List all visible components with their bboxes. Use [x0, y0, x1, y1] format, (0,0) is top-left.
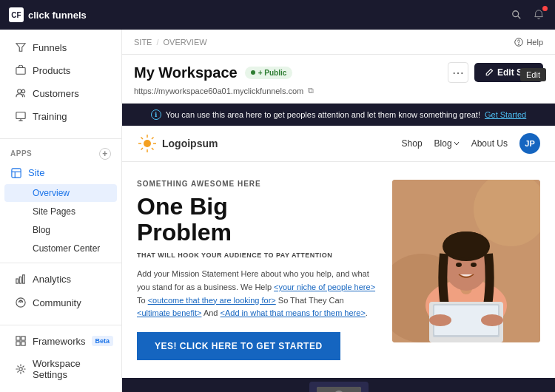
svg-rect-8 — [16, 279, 18, 283]
hero-title: One Big Problem — [137, 194, 377, 246]
breadcrumb-overview: OVERVIEW — [164, 38, 207, 47]
info-banner: ℹ You can use this area here to get peop… — [122, 104, 555, 126]
svg-rect-7 — [12, 168, 21, 177]
hero-body: Add your Mission Statement Here about wh… — [137, 268, 377, 320]
svg-point-17 — [19, 368, 22, 371]
training-label: Training — [33, 111, 67, 122]
hero-cta-button[interactable]: YES! CLICK HERE TO GET STARTED — [137, 332, 340, 360]
site-nav-links: Shop Blog About Us JP — [402, 133, 540, 154]
svg-line-26 — [152, 148, 154, 150]
dark-bottom-banner — [122, 378, 555, 392]
svg-point-5 — [21, 89, 24, 92]
svg-rect-9 — [19, 277, 21, 283]
hero-image — [392, 180, 540, 342]
svg-point-20 — [144, 140, 151, 147]
training-icon — [15, 110, 27, 122]
funnel-icon — [15, 41, 27, 53]
nav-shop[interactable]: Shop — [402, 138, 423, 149]
hero-link3: <ultimate benefit> — [137, 308, 201, 317]
sub-item-site-pages[interactable]: Site Pages — [4, 203, 117, 220]
svg-line-27 — [152, 138, 154, 140]
preview-container[interactable]: ℹ You can use this area here to get peop… — [122, 104, 555, 392]
sidebar-item-customers[interactable]: Customers — [4, 82, 117, 104]
svg-line-1 — [518, 16, 521, 19]
sidebar: Funnels Products Customers Training — [0, 30, 122, 392]
sidebar-item-funnels[interactable]: Funnels — [4, 36, 117, 58]
add-app-button[interactable]: + — [99, 148, 111, 160]
site-logo: Logoipsum — [137, 133, 218, 154]
sidebar-item-analytics[interactable]: Analytics — [4, 268, 117, 290]
svg-point-4 — [18, 89, 21, 93]
site-nav: Logoipsum Shop Blog About Us JP — [122, 126, 555, 162]
hero-section: SOMETHING AWESOME HERE One Big Problem T… — [122, 162, 555, 378]
breadcrumb-separator: / — [156, 38, 158, 47]
hero-tagline: THAT WILL HOOK YOUR AUDIENCE TO PAY ATTE… — [137, 251, 377, 259]
hero-subtitle: SOMETHING AWESOME HERE — [137, 180, 377, 188]
copy-url-button[interactable]: ⧉ — [308, 86, 314, 95]
community-icon — [15, 297, 27, 308]
notification-icon[interactable] — [531, 7, 546, 22]
sidebar-divider-3 — [0, 325, 121, 325]
svg-line-25 — [141, 138, 144, 140]
sidebar-item-products[interactable]: Products — [4, 59, 117, 81]
frameworks-label: Frameworks — [33, 336, 86, 347]
svg-rect-16 — [21, 342, 25, 345]
svg-point-19 — [519, 44, 519, 44]
hero-link4: <Add in what that means for them here> — [221, 308, 366, 317]
search-icon[interactable] — [509, 7, 524, 22]
sub-item-overview[interactable]: Overview — [4, 184, 117, 202]
svg-rect-10 — [23, 275, 25, 283]
hero-text: SOMETHING AWESOME HERE One Big Problem T… — [137, 180, 377, 360]
top-nav-icons — [509, 7, 546, 22]
svg-marker-2 — [16, 44, 25, 52]
sidebar-bottom: Frameworks Beta Workspace Settings — [0, 314, 121, 392]
sidebar-divider-1 — [0, 138, 121, 139]
svg-point-0 — [513, 11, 519, 17]
svg-rect-14 — [21, 337, 25, 340]
sidebar-divider-2 — [0, 263, 121, 263]
get-started-link[interactable]: Get Started — [485, 110, 526, 119]
svg-point-38 — [471, 263, 477, 267]
workspace-settings-label: Workspace Settings — [33, 358, 107, 380]
sidebar-item-frameworks[interactable]: Frameworks Beta — [4, 330, 117, 352]
breadcrumb-site: SITE — [134, 38, 152, 47]
main-layout: Funnels Products Customers Training — [0, 30, 555, 392]
logo-icon: CF — [9, 7, 24, 22]
sidebar-item-site[interactable]: Site — [0, 163, 121, 183]
workspace-url: https://myworkspace60a01.myclickfunnels.… — [134, 87, 303, 95]
products-label: Products — [33, 65, 70, 76]
more-options-button[interactable]: ⋯ — [448, 62, 468, 83]
svg-line-28 — [141, 148, 144, 150]
svg-rect-6 — [16, 112, 25, 119]
nav-blog[interactable]: Blog — [434, 138, 460, 149]
logo[interactable]: CF click funnels — [9, 7, 87, 22]
public-dot — [251, 70, 255, 75]
analytics-label: Analytics — [33, 274, 71, 285]
community-label: Community — [33, 297, 81, 308]
products-icon — [15, 64, 27, 76]
site-icon — [10, 167, 22, 179]
edit-tooltip: Edit — [520, 68, 546, 81]
sub-item-blog[interactable]: Blog — [4, 221, 117, 239]
page-header: My Workspace + Public ⋯ Edit Site https: — [122, 55, 555, 104]
preview-inner: ℹ You can use this area here to get peop… — [122, 104, 555, 392]
beta-badge: Beta — [92, 336, 114, 346]
svg-rect-3 — [16, 68, 25, 75]
sidebar-item-community[interactable]: Community — [4, 291, 117, 314]
breadcrumb-bar: SITE / OVERVIEW Help — [122, 30, 555, 55]
help-label: Help — [526, 38, 543, 47]
sub-item-customer-center[interactable]: Customer Center — [4, 240, 117, 257]
help-button[interactable]: Help — [514, 38, 543, 47]
nav-about[interactable]: About Us — [471, 138, 508, 149]
svg-point-42 — [429, 314, 451, 326]
svg-point-37 — [456, 263, 462, 267]
frameworks-icon — [15, 335, 27, 347]
public-badge-text: + Public — [258, 69, 287, 77]
sidebar-item-training[interactable]: Training — [4, 105, 117, 127]
hero-link2: <outcome that they are looking for> — [148, 296, 276, 305]
nav-avatar: JP — [519, 133, 540, 154]
hero-link1: <your niche of people here> — [274, 283, 375, 291]
apps-label: APPS — [10, 149, 32, 158]
svg-point-36 — [444, 232, 488, 258]
sidebar-item-workspace-settings[interactable]: Workspace Settings — [4, 353, 117, 385]
